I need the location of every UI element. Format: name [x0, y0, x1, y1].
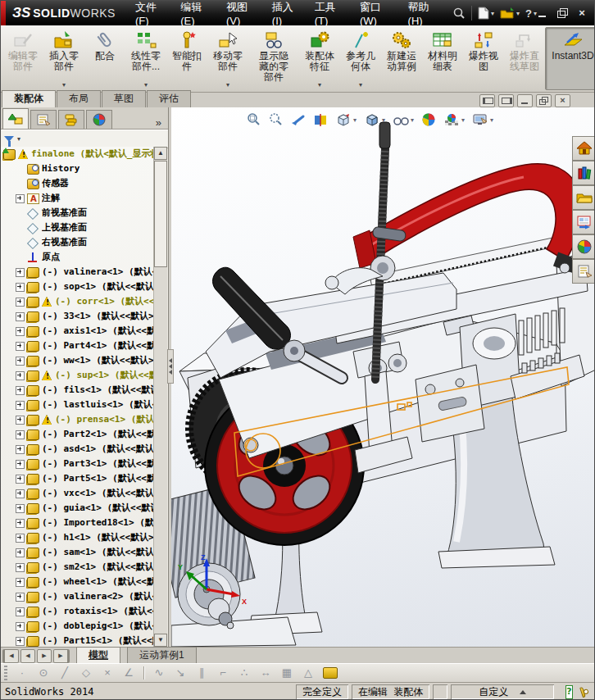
- tree-item[interactable]: (-) lastluis<1> (默认<<默认>_显示状态1>): [1, 398, 155, 412]
- scrollbar-thumb[interactable]: [154, 161, 167, 267]
- expander-icon[interactable]: [16, 563, 25, 572]
- doc-minimize-icon[interactable]: [517, 94, 533, 107]
- panel-collapse-arrows[interactable]: [167, 349, 174, 384]
- tree-item[interactable]: 注解: [1, 191, 155, 206]
- tree-item[interactable]: (-) 33<1> (默认<<默认>_显示状态1>): [1, 309, 155, 324]
- panel-overflow-chevron[interactable]: »: [149, 116, 168, 129]
- scroll-up-icon[interactable]: ▲: [154, 147, 167, 160]
- next-frame-icon[interactable]: ▶: [37, 649, 52, 663]
- expander-icon[interactable]: [16, 283, 25, 292]
- expander-icon[interactable]: [16, 593, 25, 602]
- zoom-fit-icon[interactable]: [247, 112, 261, 127]
- tree-item[interactable]: (-) ww<1> (默认<<默认>_显示状态1>): [1, 353, 155, 368]
- chevron-down-icon[interactable]: ▾: [353, 116, 357, 124]
- go-to-end-icon[interactable]: ▶: [53, 649, 70, 663]
- motion-tab[interactable]: 运动算例1: [127, 647, 197, 664]
- chevron-down-icon[interactable]: ▾: [461, 116, 465, 124]
- scroll-down-icon[interactable]: ▼: [154, 634, 167, 647]
- expander-icon[interactable]: [16, 445, 25, 454]
- expander-icon[interactable]: [16, 342, 25, 351]
- expander-icon[interactable]: [16, 578, 25, 587]
- expander-icon[interactable]: [16, 357, 25, 366]
- assembly-features-button[interactable]: 装配体 特征 ▾: [299, 27, 340, 90]
- chevron-down-icon[interactable]: ▾: [318, 81, 321, 89]
- chevron-down-icon[interactable]: ▾: [490, 116, 493, 124]
- edit-appearance-icon[interactable]: [421, 112, 436, 127]
- zoom-area-icon[interactable]: [269, 112, 284, 127]
- show-hidden-components-button[interactable]: 显示隐 藏的零 部件: [253, 27, 294, 90]
- tree-item[interactable]: (-) Part3<1> (默认<<默认>_显示状态1>): [1, 457, 155, 471]
- display-style-icon[interactable]: ▾: [364, 112, 385, 127]
- tree-item[interactable]: (-) valinera<1> (默认<<默认>_显示状态1>): [1, 265, 155, 280]
- tag-icon[interactable]: [579, 686, 586, 698]
- expander-icon[interactable]: [16, 327, 25, 336]
- graphics-area[interactable]: ▾ ▾ ▾ ▾ ▾: [171, 107, 595, 647]
- chevron-down-icon[interactable]: ▾: [226, 81, 229, 89]
- tree-item[interactable]: finalone (默认<默认_显示状态1>): [1, 147, 155, 161]
- view-settings-icon[interactable]: ▾: [472, 112, 493, 127]
- solidworks-resources-icon[interactable]: [572, 136, 595, 161]
- tree-item[interactable]: (-) corr<1> (默认<<默认>_显示状态1>): [1, 294, 155, 309]
- expander-icon[interactable]: [16, 386, 25, 395]
- chevron-down-icon[interactable]: ▾: [359, 81, 362, 89]
- custom-properties-icon[interactable]: [572, 259, 595, 284]
- new-document-icon[interactable]: ▾: [478, 7, 494, 20]
- tree-item[interactable]: 传感器: [1, 176, 155, 191]
- expander-icon[interactable]: [16, 504, 25, 513]
- tree-item[interactable]: (-) wheel<1> (默认<<默认>_显示状态1>): [1, 575, 155, 589]
- tree-item[interactable]: (-) valinera<2> (默认<<默认>_显示状态1>): [1, 589, 155, 604]
- split-pane-right-icon[interactable]: [498, 94, 514, 107]
- expander-icon[interactable]: [16, 607, 25, 616]
- expander-icon[interactable]: [16, 312, 25, 321]
- bill-of-materials-button[interactable]: 材料明 细表: [422, 27, 463, 90]
- design-library-icon[interactable]: [572, 161, 595, 185]
- tree-item[interactable]: (-) sop<1> (默认<<默认>_显示状态1>): [1, 280, 155, 294]
- reference-geometry-button[interactable]: 参考几 何体 ▾: [340, 27, 381, 90]
- appearances-icon[interactable]: [572, 234, 595, 259]
- tree-item[interactable]: 原点: [1, 250, 155, 265]
- go-to-start-icon[interactable]: ◀: [2, 649, 19, 663]
- chevron-down-icon[interactable]: ▾: [17, 135, 20, 143]
- tree-item[interactable]: 上视基准面: [1, 220, 155, 235]
- custom-toolbar-selector[interactable]: 自定义: [451, 684, 554, 699]
- move-component-button[interactable]: 移动零 部件 ▾: [207, 27, 248, 90]
- quick-tip-help-icon[interactable]: ?: [565, 685, 572, 699]
- tree-item[interactable]: (-) guia<1> (默认<<默认>_显示状态1>): [1, 501, 155, 516]
- expander-icon[interactable]: [16, 637, 25, 646]
- tree-item[interactable]: (-) Part5<1> (默认<<默认>_显示状态1>): [1, 471, 155, 486]
- tree-item[interactable]: (-) Part15<1> (默认<<默认>_显示状态1>): [1, 634, 155, 647]
- expander-icon[interactable]: [16, 298, 25, 307]
- previous-frame-icon[interactable]: ◀: [20, 649, 35, 663]
- doc-close-icon[interactable]: ×: [555, 94, 570, 107]
- tree-item[interactable]: (-) Part2<1> (默认<<默认>_显示状态1>): [1, 427, 155, 442]
- split-pane-left-icon[interactable]: [479, 94, 495, 107]
- measure-tool-icon[interactable]: [323, 667, 338, 679]
- minimize-icon[interactable]: [537, 8, 548, 18]
- motion-tab[interactable]: 模型: [76, 647, 120, 664]
- linear-component-pattern-button[interactable]: 线性零 部件... ▾: [125, 27, 166, 90]
- open-icon[interactable]: ▾: [500, 7, 520, 20]
- tree-item[interactable]: (-) h1<1> (默认<<默认>_显示状态1>): [1, 530, 155, 545]
- expander-icon[interactable]: [16, 371, 25, 380]
- chevron-down-icon[interactable]: ▾: [382, 116, 385, 124]
- doc-restore-icon[interactable]: [536, 94, 552, 107]
- restore-icon[interactable]: [556, 8, 568, 18]
- expander-icon[interactable]: [16, 416, 25, 425]
- tree-item[interactable]: (-) sup<1> (默认<<默认>_显示状态1>): [1, 368, 155, 383]
- expander-icon[interactable]: [16, 460, 25, 469]
- tree-scrollbar[interactable]: ▲ ▼: [153, 147, 167, 647]
- tree-item[interactable]: 前视基准面: [1, 206, 155, 220]
- 3d-model-assembly[interactable]: Z X Y: [171, 107, 595, 647]
- expander-icon[interactable]: [16, 534, 25, 543]
- tree-item[interactable]: (-) doblepig<1> (默认<<默认>_显示状态1>): [1, 619, 155, 634]
- chevron-down-icon[interactable]: ▾: [144, 81, 148, 89]
- expander-icon[interactable]: [16, 401, 25, 410]
- tree-item[interactable]: (-) axis1<1> (默认<<默认>_显示状态1>): [1, 324, 155, 339]
- ribbon-tab[interactable]: 草图: [102, 90, 146, 107]
- chevron-down-icon[interactable]: ▾: [62, 81, 66, 89]
- expander-icon[interactable]: [16, 268, 25, 277]
- expander-icon[interactable]: [16, 622, 25, 631]
- displaymanager-icon[interactable]: [86, 110, 112, 129]
- new-motion-study-button[interactable]: 新建运 动算例: [381, 27, 422, 90]
- expander-icon[interactable]: [16, 548, 25, 557]
